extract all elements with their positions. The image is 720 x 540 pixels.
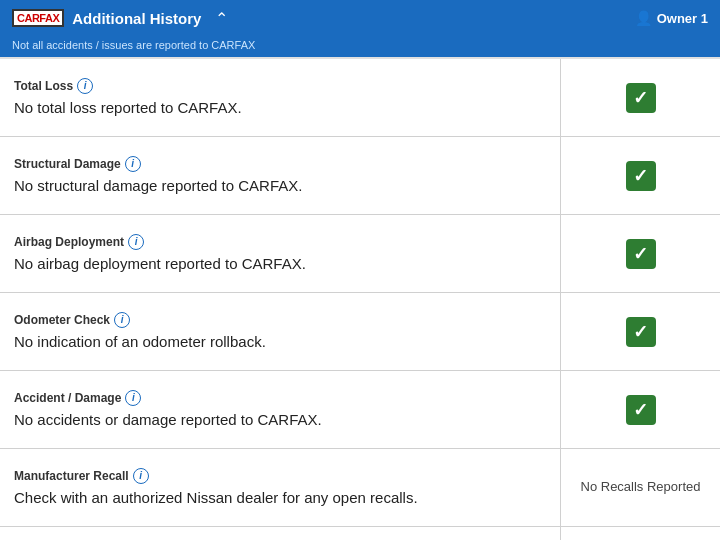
green-check-icon (626, 161, 656, 191)
table-row: Total LossiNo total loss reported to CAR… (0, 59, 720, 137)
status-text: No Recalls Reported (581, 478, 701, 496)
chevron-icon[interactable]: ⌃ (215, 9, 228, 28)
row-left: Accident / DamageiNo accidents or damage… (0, 371, 560, 448)
info-icon[interactable]: i (128, 234, 144, 250)
row-value: Check with an authorized Nissan dealer f… (14, 488, 546, 508)
row-right: Warranty Expired (560, 527, 720, 540)
row-left: Structural DamageiNo structural damage r… (0, 137, 560, 214)
info-icon[interactable]: i (114, 312, 130, 328)
row-value: No total loss reported to CARFAX. (14, 98, 546, 118)
label-text: Structural Damage (14, 157, 121, 171)
carfax-logo: CARFAX (12, 9, 64, 27)
label-text: Total Loss (14, 79, 73, 93)
row-right (560, 371, 720, 448)
label-text: Accident / Damage (14, 391, 121, 405)
owner-label: Owner 1 (657, 11, 708, 26)
row-value: No airbag deployment reported to CARFAX. (14, 254, 546, 274)
green-check-icon (626, 317, 656, 347)
info-icon[interactable]: i (133, 468, 149, 484)
row-right (560, 59, 720, 136)
logo-box: CARFAX (12, 9, 64, 27)
info-icon[interactable]: i (125, 156, 141, 172)
row-right (560, 215, 720, 292)
subheader-note: Not all accidents / issues are reported … (12, 39, 255, 51)
row-right (560, 137, 720, 214)
row-right (560, 293, 720, 370)
info-icon[interactable]: i (125, 390, 141, 406)
row-right: No Recalls Reported (560, 449, 720, 526)
table-row: Structural DamageiNo structural damage r… (0, 137, 720, 215)
row-left: Odometer CheckiNo indication of an odome… (0, 293, 560, 370)
table-row: Manufacturer RecalliCheck with an author… (0, 449, 720, 527)
info-icon[interactable]: i (77, 78, 93, 94)
row-left: Basic Warrantyi (0, 527, 560, 540)
header: CARFAX Additional History ⌃ 👤 Owner 1 (0, 0, 720, 36)
owner-icon: 👤 (635, 10, 652, 26)
row-label: Structural Damagei (14, 156, 546, 172)
label-text: Airbag Deployment (14, 235, 124, 249)
header-title: Additional History (72, 10, 201, 27)
table-row: Airbag DeploymentiNo airbag deployment r… (0, 215, 720, 293)
row-value: No indication of an odometer rollback. (14, 332, 546, 352)
label-text: Manufacturer Recall (14, 469, 129, 483)
green-check-icon (626, 239, 656, 269)
row-value: No structural damage reported to CARFAX. (14, 176, 546, 196)
row-value: No accidents or damage reported to CARFA… (14, 410, 546, 430)
subheader: Not all accidents / issues are reported … (0, 36, 720, 57)
green-check-icon (626, 83, 656, 113)
header-left: CARFAX Additional History ⌃ (12, 9, 228, 28)
green-check-icon (626, 395, 656, 425)
row-label: Manufacturer Recalli (14, 468, 546, 484)
row-label: Odometer Checki (14, 312, 546, 328)
row-left: Airbag DeploymentiNo airbag deployment r… (0, 215, 560, 292)
row-label: Accident / Damagei (14, 390, 546, 406)
table-row: Accident / DamageiNo accidents or damage… (0, 371, 720, 449)
rows-container: Total LossiNo total loss reported to CAR… (0, 59, 720, 540)
label-text: Odometer Check (14, 313, 110, 327)
table-row: Odometer CheckiNo indication of an odome… (0, 293, 720, 371)
table-row: Basic WarrantyiWarranty Expired (0, 527, 720, 540)
row-label: Total Lossi (14, 78, 546, 94)
row-left: Total LossiNo total loss reported to CAR… (0, 59, 560, 136)
owner-section: 👤 Owner 1 (635, 10, 708, 26)
row-left: Manufacturer RecalliCheck with an author… (0, 449, 560, 526)
row-label: Airbag Deploymenti (14, 234, 546, 250)
